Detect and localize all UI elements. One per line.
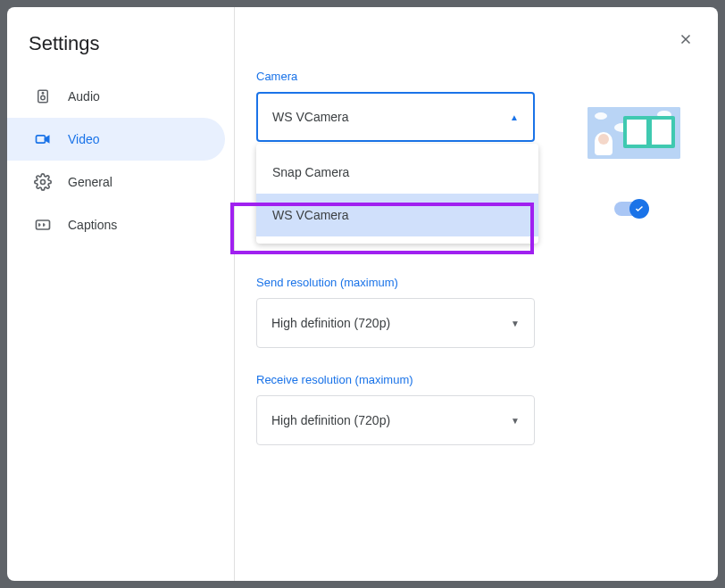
speaker-icon xyxy=(34,88,52,104)
check-icon xyxy=(629,199,649,219)
captions-icon xyxy=(34,216,52,234)
settings-title: Settings xyxy=(7,32,234,75)
camera-dropdown-menu: Snap Camera WS VCamera xyxy=(256,144,538,244)
chevron-down-icon: ▼ xyxy=(511,319,520,328)
sidebar-item-captions[interactable]: Captions xyxy=(7,203,225,246)
settings-content: Camera WS VCamera ▲ Snap Camera WS VCame… xyxy=(235,7,718,581)
svg-point-2 xyxy=(42,93,44,95)
svg-point-1 xyxy=(41,95,46,100)
sidebar-item-audio[interactable]: Audio xyxy=(7,75,225,118)
close-button[interactable] xyxy=(673,27,698,52)
chevron-up-icon: ▲ xyxy=(510,112,519,122)
sidebar-item-label: Captions xyxy=(68,218,117,232)
receive-resolution-value: High definition (720p) xyxy=(271,413,390,427)
sidebar-item-label: Audio xyxy=(68,89,100,104)
send-resolution-dropdown[interactable]: High definition (720p) ▼ xyxy=(256,298,535,348)
settings-sidebar: Settings Audio Video General Captions xyxy=(7,7,235,581)
sidebar-item-general[interactable]: General xyxy=(7,161,225,203)
gear-icon xyxy=(34,173,52,191)
send-resolution-label: Send resolution (maximum) xyxy=(256,276,696,289)
camera-label: Camera xyxy=(256,70,696,83)
svg-rect-3 xyxy=(37,136,46,143)
hd-toggle[interactable] xyxy=(614,202,646,216)
preview-avatar xyxy=(595,132,612,155)
camera-dropdown[interactable]: WS VCamera ▲ Snap Camera WS VCamera xyxy=(256,92,535,142)
camera-option[interactable]: Snap Camera xyxy=(256,151,538,194)
sidebar-item-label: General xyxy=(68,175,112,189)
sidebar-item-video[interactable]: Video xyxy=(7,118,225,161)
receive-resolution-label: Receive resolution (maximum) xyxy=(256,373,696,386)
svg-point-4 xyxy=(41,180,46,185)
camera-preview xyxy=(588,107,680,159)
camera-dropdown-value: WS VCamera xyxy=(272,110,349,124)
hd-toggle-row xyxy=(614,202,646,216)
video-icon xyxy=(34,130,52,148)
preview-panel xyxy=(623,116,675,148)
receive-resolution-dropdown[interactable]: High definition (720p) ▼ xyxy=(256,395,535,445)
chevron-down-icon: ▼ xyxy=(511,416,520,426)
settings-modal: Settings Audio Video General Captions xyxy=(7,7,718,581)
send-resolution-value: High definition (720p) xyxy=(271,316,390,330)
camera-option[interactable]: WS VCamera xyxy=(256,194,538,236)
sidebar-item-label: Video xyxy=(68,132,100,146)
